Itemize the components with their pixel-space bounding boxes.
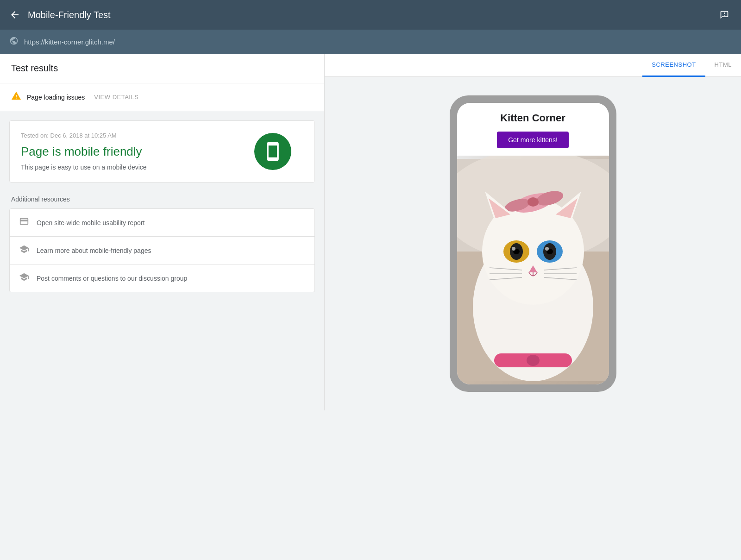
warning-icon xyxy=(11,91,21,103)
left-panel: Test results Page loading issues VIEW DE… xyxy=(0,54,324,410)
phone-site-title: Kitten Corner xyxy=(500,112,565,124)
result-card-icon-area xyxy=(231,121,314,182)
phone-mockup-area: Kitten Corner Get more kittens! xyxy=(325,77,741,410)
mobile-friendly-icon xyxy=(254,133,291,170)
globe-icon xyxy=(9,36,19,48)
right-panel: SCREENSHOT HTML Kitten Corner Get more k… xyxy=(325,54,741,410)
warning-bar: Page loading issues VIEW DETAILS xyxy=(0,83,324,111)
resource-text-discussion: Post comments or questions to our discus… xyxy=(37,275,187,282)
url-bar: https://kitten-corner.glitch.me/ xyxy=(0,30,741,54)
additional-resources-section: Additional resources Open site-wide mobi… xyxy=(9,190,315,292)
test-results-header: Test results xyxy=(0,54,324,83)
svg-point-18 xyxy=(512,247,515,251)
back-button[interactable] xyxy=(9,9,20,20)
resource-item-discussion[interactable]: Post comments or questions to our discus… xyxy=(10,264,314,292)
feedback-icon[interactable] xyxy=(717,7,732,22)
result-card-left: Tested on: Dec 6, 2018 at 10:25 AM Page … xyxy=(10,121,231,182)
view-details-link[interactable]: VIEW DETAILS xyxy=(94,94,138,101)
usability-report-icon xyxy=(19,216,29,229)
svg-point-10 xyxy=(527,197,539,207)
resource-item-usability[interactable]: Open site-wide mobile usability report xyxy=(10,209,314,237)
test-results-title: Test results xyxy=(11,63,58,73)
result-card: Tested on: Dec 6, 2018 at 10:25 AM Page … xyxy=(9,120,315,182)
resource-item-learn[interactable]: Learn more about mobile-friendly pages xyxy=(10,237,314,264)
phone-content-area: Kitten Corner Get more kittens! xyxy=(457,103,609,156)
resources-card: Open site-wide mobile usability report L… xyxy=(9,208,315,292)
svg-point-22 xyxy=(545,247,549,251)
main-content: Test results Page loading issues VIEW DE… xyxy=(0,54,741,410)
warning-text: Page loading issues xyxy=(27,94,85,101)
mobile-friendly-title: Page is mobile friendly xyxy=(21,145,220,159)
tested-on-label: Tested on: Dec 6, 2018 at 10:25 AM xyxy=(21,132,220,139)
tab-screenshot[interactable]: SCREENSHOT xyxy=(642,54,705,77)
phone-screen: Kitten Corner Get more kittens! xyxy=(457,103,609,384)
resource-text-learn: Learn more about mobile-friendly pages xyxy=(37,247,151,254)
svg-point-5 xyxy=(527,355,540,366)
discussion-icon xyxy=(19,272,29,284)
tabs-bar: SCREENSHOT HTML xyxy=(325,54,741,77)
url-display: https://kitten-corner.glitch.me/ xyxy=(24,38,115,46)
page-title: Mobile-Friendly Test xyxy=(28,10,717,20)
top-navigation-bar: Mobile-Friendly Test xyxy=(0,0,741,30)
learn-icon xyxy=(19,244,29,257)
mobile-friendly-description: This page is easy to use on a mobile dev… xyxy=(21,164,220,171)
additional-resources-title: Additional resources xyxy=(9,190,315,208)
phone-outer-frame: Kitten Corner Get more kittens! xyxy=(450,95,616,392)
phone-cta-button: Get more kittens! xyxy=(497,132,569,148)
tab-html[interactable]: HTML xyxy=(705,54,741,77)
resource-text-usability: Open site-wide mobile usability report xyxy=(37,219,144,227)
phone-cat-image xyxy=(457,156,609,384)
